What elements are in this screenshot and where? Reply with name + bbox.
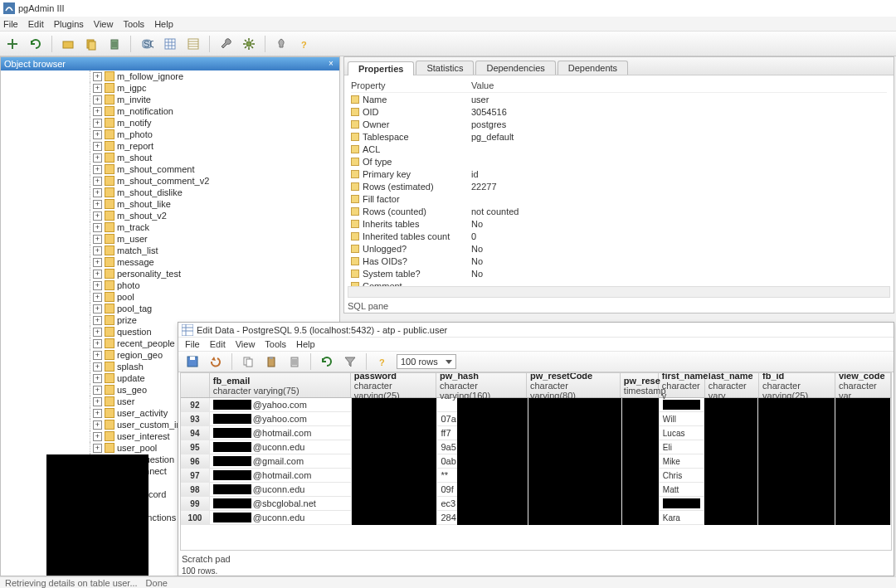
cell-resettime[interactable] (622, 469, 659, 482)
tb-trash-icon[interactable] (105, 35, 124, 53)
tree-item[interactable]: +m_shout_v2 (1, 210, 339, 221)
tree-item[interactable]: +m_follow_ignore (1, 70, 339, 82)
tree-item[interactable]: +m_shout_comment (1, 163, 339, 175)
cell-email[interactable]: @gmail.com (210, 454, 352, 468)
cell-resettime[interactable] (622, 454, 659, 468)
column-header[interactable]: fb_emailcharacter varying(75) (210, 373, 351, 397)
cell-firstname[interactable]: Kara (660, 511, 704, 524)
cell-email[interactable]: @yahoo.com (210, 398, 352, 411)
expand-icon[interactable]: + (93, 270, 102, 279)
expand-icon[interactable]: + (93, 200, 102, 209)
cell-firstname[interactable]: Lucas (660, 426, 704, 440)
tb-gear-icon[interactable] (240, 35, 258, 53)
menu-edit[interactable]: Edit (28, 19, 44, 29)
cell-lastname[interactable] (704, 511, 759, 524)
row-number[interactable]: 97 (181, 469, 210, 482)
cell-email[interactable]: @uconn.edu (210, 511, 352, 524)
expand-icon[interactable]: + (93, 177, 102, 186)
cell-pwhash[interactable]: ff7 (437, 426, 528, 440)
column-header[interactable] (181, 373, 210, 397)
expand-icon[interactable]: + (93, 165, 102, 174)
cell-email[interactable]: @uconn.edu (210, 440, 352, 454)
cell-lastname[interactable] (704, 412, 759, 425)
cell-pwhash[interactable] (437, 398, 528, 411)
cell-resetcode[interactable] (528, 440, 622, 454)
cell-resetcode[interactable] (528, 497, 622, 510)
cell-pwhash[interactable]: 07a (437, 412, 528, 425)
tree-item[interactable]: +m_photo (1, 129, 339, 140)
tab-dependents[interactable]: Dependents (558, 61, 628, 75)
etb-copy-icon[interactable] (239, 352, 257, 371)
tb-help-icon[interactable]: ? (295, 35, 314, 53)
tree-item[interactable]: +m_notification (1, 105, 339, 117)
cell-resetcode[interactable] (528, 426, 622, 440)
etb-delete-icon[interactable] (285, 352, 304, 371)
tree-item[interactable]: +message (1, 256, 339, 268)
menu-file[interactable]: File (3, 19, 18, 29)
row-number[interactable]: 95 (181, 440, 210, 454)
cell-viewcode[interactable] (835, 398, 891, 411)
cell-pwhash[interactable]: 0ab (437, 454, 528, 468)
table-row[interactable]: 94@hotmail.comff7Lucas (181, 426, 891, 440)
cell-email[interactable]: @sbcglobal.net (210, 497, 352, 510)
tree-item[interactable]: +m_shout (1, 152, 339, 163)
row-number[interactable]: 96 (181, 454, 210, 468)
rows-limit-select[interactable]: 100 rows (397, 354, 456, 369)
etb-help-icon[interactable]: ? (373, 352, 392, 371)
cell-resettime[interactable] (622, 511, 659, 524)
cell-pwhash[interactable]: 9a5 (437, 440, 528, 454)
row-number[interactable]: 98 (181, 483, 210, 496)
tree-item[interactable]: +pool_tag (1, 303, 339, 314)
cell-password[interactable] (352, 454, 438, 468)
table-row[interactable]: 97@hotmail.com**Chris (181, 469, 891, 483)
tree-item[interactable]: +m_notify (1, 117, 339, 129)
menu-plugins[interactable]: Plugins (54, 19, 84, 29)
expand-icon[interactable]: + (93, 258, 102, 267)
tb-copy-icon[interactable] (82, 35, 100, 53)
cell-firstname[interactable]: Will (660, 412, 704, 425)
expand-icon[interactable]: + (93, 362, 102, 372)
tree-item[interactable]: +pool (1, 291, 339, 303)
tree-item[interactable]: +m_igpc (1, 82, 339, 94)
cell-resettime[interactable] (622, 440, 659, 454)
table-row[interactable]: 96@gmail.com0abMike (181, 454, 891, 469)
row-number[interactable]: 99 (181, 497, 210, 510)
column-header[interactable]: passwordcharacter varying(25) (351, 373, 436, 397)
cell-resetcode[interactable] (528, 398, 622, 411)
expand-icon[interactable]: + (93, 293, 102, 302)
expand-icon[interactable]: + (93, 420, 102, 430)
expand-icon[interactable]: + (93, 235, 102, 244)
expand-icon[interactable]: + (93, 432, 102, 441)
expand-icon[interactable]: + (93, 316, 102, 325)
edit-menu-help[interactable]: Help (296, 339, 315, 349)
table-row[interactable]: 93@yahoo.com07aWill (181, 412, 891, 426)
cell-password[interactable] (352, 469, 438, 482)
cell-viewcode[interactable] (835, 469, 891, 482)
tb-sql-icon[interactable]: SQL (138, 35, 156, 53)
cell-firstname[interactable]: Matt (660, 483, 704, 496)
tree-item[interactable]: +m_shout_dislike (1, 187, 339, 198)
expand-icon[interactable]: + (93, 130, 102, 139)
table-row[interactable]: 100@uconn.edu284Kara (181, 511, 891, 525)
cell-email[interactable]: @hotmail.com (210, 426, 352, 440)
expand-icon[interactable]: + (93, 409, 102, 418)
menu-help[interactable]: Help (154, 19, 173, 29)
tree-item[interactable]: +personality_test (1, 268, 339, 279)
expand-icon[interactable]: + (93, 84, 102, 93)
cell-fbid[interactable] (758, 497, 835, 510)
tb-grid-icon[interactable] (161, 35, 179, 53)
tab-statistics[interactable]: Statistics (416, 61, 474, 75)
tree-item[interactable]: +m_invite (1, 94, 339, 105)
menu-tools[interactable]: Tools (123, 19, 144, 29)
cell-fbid[interactable] (758, 398, 835, 411)
cell-fbid[interactable] (758, 412, 835, 425)
expand-icon[interactable]: + (93, 374, 102, 383)
column-header[interactable]: pw_resetCodecharacter varying(80) (527, 373, 621, 397)
expand-icon[interactable]: + (93, 72, 102, 81)
expand-icon[interactable]: + (93, 95, 102, 104)
cell-password[interactable] (352, 398, 438, 411)
tab-properties[interactable]: Properties (348, 61, 414, 75)
cell-fbid[interactable] (758, 469, 835, 482)
tb-connect-icon[interactable] (3, 35, 22, 53)
tree-item[interactable]: +m_user (1, 233, 339, 245)
